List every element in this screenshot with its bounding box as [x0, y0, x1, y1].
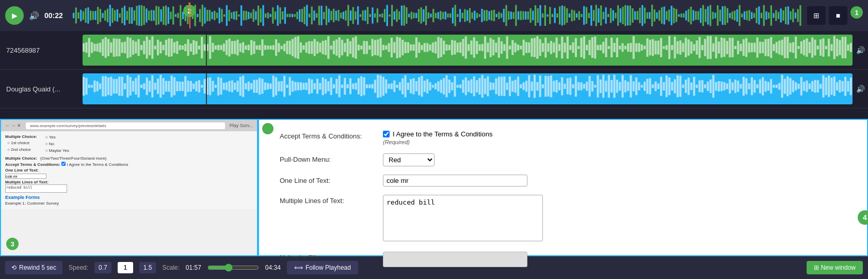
- svg-rect-17: [114, 10, 116, 21]
- svg-rect-243: [664, 7, 665, 25]
- svg-rect-497: [621, 43, 623, 52]
- svg-rect-180: [510, 12, 512, 20]
- svg-rect-151: [440, 11, 441, 20]
- svg-rect-833: [773, 85, 775, 88]
- svg-rect-71: [245, 11, 247, 20]
- svg-rect-725: [476, 80, 478, 92]
- track-2-volume[interactable]: 🔊: [853, 85, 868, 93]
- svg-rect-660: [297, 82, 299, 90]
- track-1-waveform[interactable]: [83, 35, 853, 66]
- svg-rect-266: [719, 10, 721, 22]
- svg-rect-611: [163, 78, 165, 95]
- preview-browser-bar: ← → ✕ www.example.com/survey/preview/det…: [1, 120, 257, 131]
- svg-rect-586: [93, 81, 95, 92]
- svg-rect-169: [484, 10, 485, 21]
- svg-rect-174: [496, 14, 497, 17]
- svg-rect-344: [201, 37, 203, 58]
- svg-rect-393: [335, 39, 337, 55]
- svg-rect-713: [443, 78, 445, 95]
- svg-rect-582: [83, 77, 85, 96]
- svg-rect-728: [484, 79, 486, 94]
- svg-rect-265: [717, 5, 718, 26]
- stop-button[interactable]: ■: [829, 6, 847, 25]
- svg-rect-717: [454, 76, 456, 97]
- svg-rect-637: [234, 83, 236, 90]
- svg-rect-21: [124, 6, 125, 25]
- svg-rect-415: [396, 37, 398, 58]
- svg-rect-585: [91, 85, 93, 87]
- speed-0-7-button[interactable]: 0.7: [94, 262, 111, 273]
- track-1-volume[interactable]: 🔊: [853, 46, 868, 54]
- browser-extra: Play Surv...: [227, 123, 253, 128]
- play-button[interactable]: ▶: [5, 6, 24, 25]
- accept-terms-checkbox[interactable]: [383, 131, 390, 137]
- svg-rect-801: [685, 80, 687, 93]
- form-row-terms: Accept Terms & Conditions: I Agree to th…: [280, 130, 851, 145]
- svg-rect-252: [685, 11, 687, 21]
- svg-rect-148: [432, 9, 434, 22]
- svg-rect-628: [209, 78, 211, 95]
- svg-rect-618: [182, 82, 184, 91]
- svg-rect-222: [613, 10, 614, 21]
- speed-1-5-button[interactable]: 1.5: [139, 262, 156, 273]
- svg-rect-773: [608, 75, 610, 98]
- svg-rect-692: [385, 79, 387, 93]
- play-icon: ▶: [12, 11, 18, 20]
- svg-rect-729: [487, 76, 489, 97]
- svg-rect-347: [209, 36, 211, 59]
- svg-rect-254: [690, 7, 692, 24]
- grid-button[interactable]: ⊞: [807, 6, 826, 25]
- svg-rect-206: [573, 10, 575, 21]
- svg-rect-53: [202, 5, 203, 26]
- speed-1-button[interactable]: 1: [118, 262, 133, 273]
- top-waveform[interactable]: 2: [73, 3, 802, 28]
- svg-rect-60: [219, 8, 220, 23]
- svg-rect-194: [544, 5, 546, 26]
- svg-rect-834: [776, 85, 778, 88]
- svg-rect-154: [447, 13, 448, 18]
- svg-rect-259: [702, 5, 704, 26]
- svg-rect-275: [741, 13, 743, 17]
- svg-rect-22: [126, 11, 128, 20]
- one-line-input[interactable]: [383, 175, 527, 187]
- svg-rect-404: [366, 41, 368, 54]
- svg-rect-126: [379, 14, 380, 17]
- svg-rect-710: [435, 83, 437, 89]
- accept-terms-value: I Agree to the Terms & Conditions (Requi…: [383, 130, 851, 145]
- svg-rect-213: [590, 5, 592, 25]
- svg-rect-271: [731, 11, 733, 19]
- svg-rect-75: [255, 11, 256, 20]
- svg-rect-342: [195, 41, 197, 54]
- svg-rect-855: [833, 76, 835, 96]
- svg-rect-463: [528, 42, 530, 53]
- svg-rect-197: [552, 14, 553, 17]
- svg-rect-810: [710, 80, 712, 93]
- svg-rect-448: [487, 43, 489, 52]
- svg-rect-14: [107, 9, 108, 22]
- scale-slider[interactable]: [207, 264, 259, 272]
- upload-area[interactable]: [383, 252, 527, 267]
- rewind-button[interactable]: ⟲ Rewind 5 sec: [5, 261, 62, 274]
- svg-rect-829: [762, 77, 764, 95]
- svg-rect-619: [184, 76, 186, 97]
- svg-rect-33: [153, 10, 154, 21]
- svg-rect-705: [421, 76, 423, 97]
- svg-rect-679: [349, 79, 351, 95]
- track-2: Douglas Quaid (... 🔊: [0, 70, 868, 109]
- svg-rect-58: [214, 11, 215, 20]
- svg-rect-788: [649, 78, 651, 94]
- multi-line-textarea[interactable]: reduced bill: [383, 195, 543, 241]
- svg-rect-777: [619, 82, 621, 91]
- svg-rect-689: [377, 75, 379, 98]
- svg-rect-704: [418, 78, 420, 96]
- svg-rect-384: [311, 41, 313, 54]
- svg-rect-745: [531, 82, 533, 91]
- track-2-waveform[interactable]: [83, 73, 853, 104]
- browser-controls: ← → ✕: [5, 123, 24, 128]
- pulldown-select[interactable]: Red Blue Green: [383, 153, 435, 166]
- svg-rect-236: [647, 12, 648, 19]
- svg-rect-783: [635, 78, 637, 95]
- svg-rect-152: [442, 12, 444, 19]
- svg-rect-854: [830, 78, 832, 95]
- svg-rect-732: [495, 79, 497, 94]
